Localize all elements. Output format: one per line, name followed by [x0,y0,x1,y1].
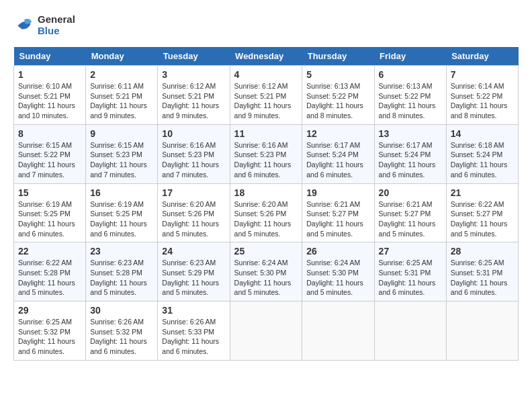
calendar-cell [446,302,518,361]
calendar-week-row: 1Sunrise: 6:10 AMSunset: 5:21 PMDaylight… [14,66,519,125]
day-info: Sunrise: 6:19 AMSunset: 5:25 PMDaylight:… [90,199,153,239]
day-number: 31 [162,305,225,316]
day-number: 19 [306,187,369,198]
day-info: Sunrise: 6:12 AMSunset: 5:21 PMDaylight:… [234,81,298,121]
weekday-header-saturday: Saturday [446,47,518,66]
calendar-cell: 17Sunrise: 6:20 AMSunset: 5:26 PMDayligh… [158,183,230,242]
calendar-cell: 14Sunrise: 6:18 AMSunset: 5:24 PMDayligh… [446,124,518,183]
day-number: 27 [379,246,442,257]
day-info: Sunrise: 6:16 AMSunset: 5:23 PMDaylight:… [162,140,225,180]
calendar-table: SundayMondayTuesdayWednesdayThursdayFrid… [13,47,519,361]
page-header: General Blue [13,13,519,36]
day-number: 30 [90,305,153,316]
calendar-cell: 20Sunrise: 6:21 AMSunset: 5:27 PMDayligh… [374,183,446,242]
day-info: Sunrise: 6:13 AMSunset: 5:22 PMDaylight:… [306,81,369,121]
weekday-header-sunday: Sunday [14,47,86,66]
day-number: 5 [306,69,369,80]
calendar-cell: 30Sunrise: 6:26 AMSunset: 5:32 PMDayligh… [86,302,158,361]
calendar-week-row: 22Sunrise: 6:22 AMSunset: 5:28 PMDayligh… [14,242,519,302]
day-info: Sunrise: 6:18 AMSunset: 5:24 PMDaylight:… [451,140,514,180]
logo-icon [13,14,35,36]
day-number: 21 [451,187,514,198]
day-number: 25 [234,246,298,257]
day-info: Sunrise: 6:22 AMSunset: 5:27 PMDaylight:… [451,199,514,239]
day-number: 2 [90,69,153,80]
day-number: 22 [18,246,81,257]
day-number: 28 [451,246,514,257]
weekday-header-wednesday: Wednesday [230,47,302,66]
day-number: 29 [18,305,81,316]
logo: General Blue [13,13,75,36]
day-info: Sunrise: 6:15 AMSunset: 5:22 PMDaylight:… [18,140,81,180]
calendar-cell: 26Sunrise: 6:24 AMSunset: 5:30 PMDayligh… [302,242,374,302]
day-info: Sunrise: 6:10 AMSunset: 5:21 PMDaylight:… [18,81,81,121]
day-info: Sunrise: 6:21 AMSunset: 5:27 PMDaylight:… [306,199,369,239]
calendar-cell: 10Sunrise: 6:16 AMSunset: 5:23 PMDayligh… [158,124,230,183]
calendar-cell: 16Sunrise: 6:19 AMSunset: 5:25 PMDayligh… [86,183,158,242]
calendar-cell: 21Sunrise: 6:22 AMSunset: 5:27 PMDayligh… [446,183,518,242]
calendar-cell: 12Sunrise: 6:17 AMSunset: 5:24 PMDayligh… [302,124,374,183]
day-number: 8 [18,128,81,139]
day-number: 23 [90,246,153,257]
calendar-cell: 18Sunrise: 6:20 AMSunset: 5:26 PMDayligh… [230,183,302,242]
calendar-cell [230,302,302,361]
calendar-cell: 8Sunrise: 6:15 AMSunset: 5:22 PMDaylight… [14,124,86,183]
calendar-cell: 5Sunrise: 6:13 AMSunset: 5:22 PMDaylight… [302,66,374,125]
calendar-cell: 31Sunrise: 6:26 AMSunset: 5:33 PMDayligh… [158,302,230,361]
day-info: Sunrise: 6:24 AMSunset: 5:30 PMDaylight:… [306,258,369,298]
day-info: Sunrise: 6:22 AMSunset: 5:28 PMDaylight:… [18,258,81,298]
day-number: 15 [18,187,81,198]
day-info: Sunrise: 6:11 AMSunset: 5:21 PMDaylight:… [90,81,153,121]
day-number: 1 [18,69,81,80]
calendar-cell: 19Sunrise: 6:21 AMSunset: 5:27 PMDayligh… [302,183,374,242]
day-info: Sunrise: 6:25 AMSunset: 5:31 PMDaylight:… [379,258,442,298]
day-info: Sunrise: 6:23 AMSunset: 5:29 PMDaylight:… [162,258,225,298]
calendar-cell: 15Sunrise: 6:19 AMSunset: 5:25 PMDayligh… [14,183,86,242]
day-number: 17 [162,187,225,198]
calendar-cell: 2Sunrise: 6:11 AMSunset: 5:21 PMDaylight… [86,66,158,125]
calendar-week-row: 29Sunrise: 6:25 AMSunset: 5:32 PMDayligh… [14,302,519,361]
day-info: Sunrise: 6:20 AMSunset: 5:26 PMDaylight:… [162,199,225,239]
day-info: Sunrise: 6:21 AMSunset: 5:27 PMDaylight:… [379,199,442,239]
day-number: 12 [306,128,369,139]
calendar-cell: 25Sunrise: 6:24 AMSunset: 5:30 PMDayligh… [230,242,302,302]
day-info: Sunrise: 6:23 AMSunset: 5:28 PMDaylight:… [90,258,153,298]
day-number: 6 [379,69,442,80]
calendar-cell: 29Sunrise: 6:25 AMSunset: 5:32 PMDayligh… [14,302,86,361]
day-info: Sunrise: 6:24 AMSunset: 5:30 PMDaylight:… [234,258,298,298]
calendar-week-row: 15Sunrise: 6:19 AMSunset: 5:25 PMDayligh… [14,183,519,242]
calendar-week-row: 8Sunrise: 6:15 AMSunset: 5:22 PMDaylight… [14,124,519,183]
calendar-cell: 7Sunrise: 6:14 AMSunset: 5:22 PMDaylight… [446,66,518,125]
day-info: Sunrise: 6:17 AMSunset: 5:24 PMDaylight:… [379,140,442,180]
logo-text: General Blue [38,13,75,36]
day-info: Sunrise: 6:12 AMSunset: 5:21 PMDaylight:… [162,81,225,121]
calendar-cell: 24Sunrise: 6:23 AMSunset: 5:29 PMDayligh… [158,242,230,302]
day-number: 24 [162,246,225,257]
calendar-cell: 1Sunrise: 6:10 AMSunset: 5:21 PMDaylight… [14,66,86,125]
day-number: 26 [306,246,369,257]
calendar-cell: 23Sunrise: 6:23 AMSunset: 5:28 PMDayligh… [86,242,158,302]
day-number: 18 [234,187,298,198]
day-number: 20 [379,187,442,198]
day-info: Sunrise: 6:19 AMSunset: 5:25 PMDaylight:… [18,199,81,239]
day-number: 3 [162,69,225,80]
day-info: Sunrise: 6:13 AMSunset: 5:22 PMDaylight:… [379,81,442,121]
calendar-cell: 27Sunrise: 6:25 AMSunset: 5:31 PMDayligh… [374,242,446,302]
day-number: 16 [90,187,153,198]
day-info: Sunrise: 6:25 AMSunset: 5:32 PMDaylight:… [18,317,81,357]
day-number: 9 [90,128,153,139]
day-info: Sunrise: 6:16 AMSunset: 5:23 PMDaylight:… [234,140,298,180]
day-number: 14 [451,128,514,139]
calendar-cell [374,302,446,361]
calendar-cell: 3Sunrise: 6:12 AMSunset: 5:21 PMDaylight… [158,66,230,125]
day-info: Sunrise: 6:14 AMSunset: 5:22 PMDaylight:… [451,81,514,121]
day-number: 13 [379,128,442,139]
calendar-cell: 9Sunrise: 6:15 AMSunset: 5:23 PMDaylight… [86,124,158,183]
weekday-header-friday: Friday [374,47,446,66]
weekday-header-monday: Monday [86,47,158,66]
day-info: Sunrise: 6:15 AMSunset: 5:23 PMDaylight:… [90,140,153,180]
calendar-cell [302,302,374,361]
day-info: Sunrise: 6:25 AMSunset: 5:31 PMDaylight:… [451,258,514,298]
calendar-cell: 28Sunrise: 6:25 AMSunset: 5:31 PMDayligh… [446,242,518,302]
day-info: Sunrise: 6:26 AMSunset: 5:33 PMDaylight:… [162,317,225,357]
